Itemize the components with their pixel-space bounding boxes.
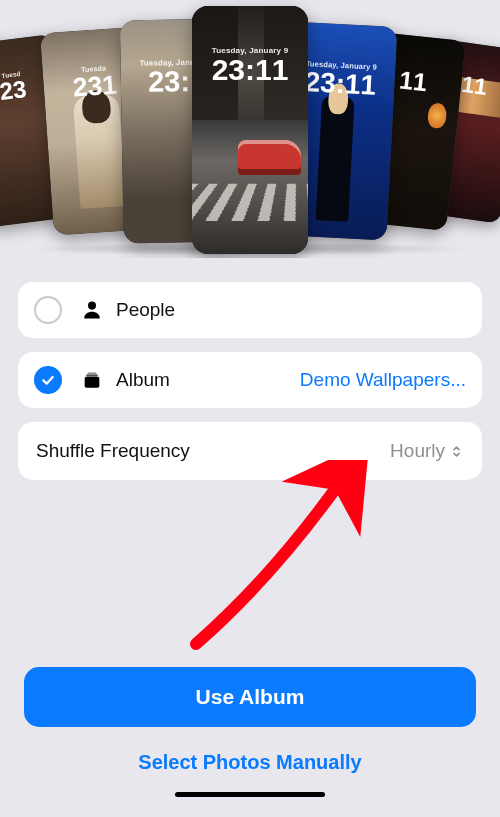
select-photos-manually-button[interactable]: Select Photos Manually: [24, 743, 476, 792]
source-options: People Album Demo Wallpapers... Shuffle …: [0, 258, 500, 480]
svg-rect-1: [85, 377, 100, 388]
wallpaper-carousel[interactable]: Tues 23 Tuesd 23 Tuesda 231 Tuesday, Jan…: [0, 0, 500, 258]
lock-screen-time: 23:11: [192, 55, 308, 85]
shuffle-value: Hourly: [390, 440, 445, 462]
album-stack-icon: [78, 369, 106, 391]
use-album-button[interactable]: Use Album: [24, 667, 476, 727]
annotation-arrow: [178, 460, 368, 650]
option-album[interactable]: Album Demo Wallpapers...: [18, 352, 482, 408]
shuffle-value-picker[interactable]: Hourly: [390, 440, 464, 462]
radio-unchecked-icon[interactable]: [34, 296, 62, 324]
album-name-link[interactable]: Demo Wallpapers...: [300, 369, 466, 391]
svg-rect-2: [86, 375, 98, 377]
option-people[interactable]: People: [18, 282, 482, 338]
option-label: People: [116, 299, 466, 321]
radio-checked-icon[interactable]: [34, 366, 62, 394]
option-label: Album: [116, 369, 300, 391]
lock-screen-date: Tuesday, January 9: [192, 46, 308, 55]
shuffle-frequency-row[interactable]: Shuffle Frequency Hourly: [18, 422, 482, 480]
home-indicator[interactable]: [175, 792, 325, 797]
wallpaper-card-front[interactable]: Tuesday, January 9 23:11: [192, 6, 308, 254]
shuffle-label: Shuffle Frequency: [36, 440, 390, 462]
chevron-up-down-icon: [449, 444, 464, 459]
svg-rect-3: [87, 372, 96, 374]
bottom-actions: Use Album Select Photos Manually: [0, 667, 500, 817]
person-icon: [78, 299, 106, 321]
svg-point-0: [88, 302, 96, 310]
